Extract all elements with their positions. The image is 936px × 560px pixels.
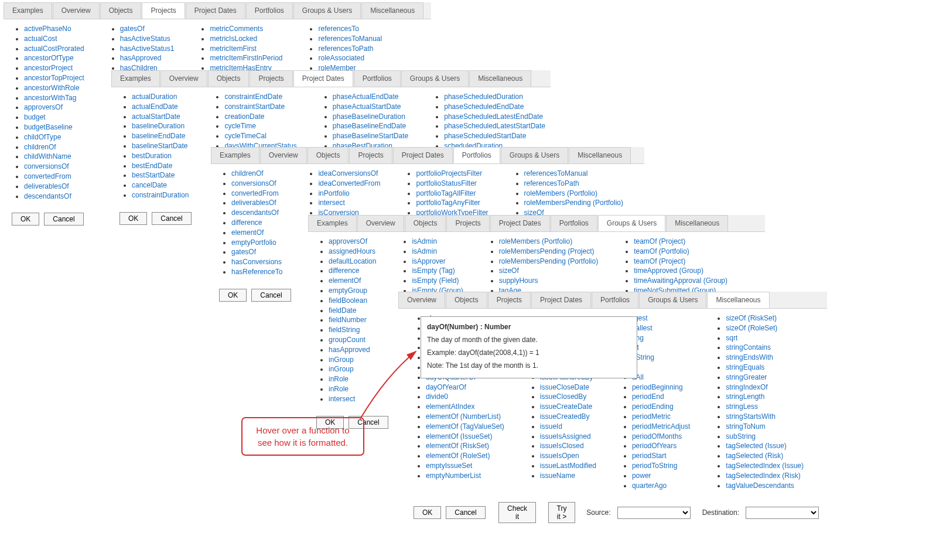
func-link[interactable]: approversOf [24, 103, 63, 111]
func-link[interactable]: roleAssociated [318, 54, 364, 62]
ok-button[interactable]: OK [12, 213, 39, 226]
ok-button[interactable]: OK [119, 212, 147, 225]
func-link[interactable]: issueClosedBy [540, 392, 586, 401]
func-link[interactable]: periodEnd [632, 392, 664, 401]
cancel-button[interactable]: Cancel [251, 289, 291, 302]
tab-objects[interactable]: Objects [446, 292, 487, 308]
func-link[interactable]: periodStart [632, 452, 667, 460]
func-link[interactable]: sizeOf (RoleSet) [726, 324, 777, 332]
ok-button[interactable]: OK [414, 506, 441, 519]
func-link[interactable]: referencesToPath [318, 45, 373, 53]
func-link[interactable]: emptyPortfolio [231, 238, 276, 247]
func-link[interactable]: tagValueDescendants [726, 482, 794, 490]
func-link[interactable]: referencesToManual [318, 35, 382, 43]
func-link[interactable]: stringStartsWith [726, 412, 776, 421]
func-link[interactable]: divide0 [426, 392, 448, 401]
func-link[interactable]: bestDuration [132, 152, 172, 160]
func-link[interactable]: phaseBaselineStartDate [333, 132, 408, 140]
func-link[interactable]: deliverablesOf [231, 199, 276, 207]
tab-examples[interactable]: Examples [111, 70, 160, 87]
func-link[interactable]: metricIsLocked [210, 35, 257, 43]
func-link[interactable]: power [632, 472, 651, 480]
tab-portfolios[interactable]: Portfolios [354, 70, 401, 87]
func-link[interactable]: portfolioTagAnyFilter [416, 199, 480, 207]
tab-portfolios[interactable]: Portfolios [453, 147, 500, 163]
func-link[interactable]: ancestorProject [24, 64, 73, 72]
func-link[interactable]: supplyHours [499, 276, 538, 285]
func-link[interactable]: stringToNum [726, 422, 765, 431]
func-link[interactable]: fieldNumber [329, 316, 367, 324]
func-link[interactable]: roleMembersPending (Project) [499, 247, 595, 255]
func-link[interactable]: sizeOf [499, 267, 519, 275]
func-link[interactable]: teamOf (Portfolio) [634, 247, 689, 255]
func-link[interactable]: tagSelected (Risk) [726, 452, 783, 460]
func-link[interactable]: portfolioProjectsFilter [416, 169, 482, 177]
func-link[interactable]: inRole [329, 385, 349, 393]
func-link[interactable]: phaseScheduledStartDate [444, 132, 526, 140]
func-link[interactable]: periodOfMonths [632, 432, 682, 441]
func-link[interactable]: hasConversions [231, 258, 282, 266]
func-link[interactable]: stringContains [726, 343, 771, 351]
tab-objects[interactable]: Objects [405, 215, 446, 231]
func-link[interactable]: periodBeginning [632, 383, 683, 391]
func-link[interactable]: hasReferenceTo [231, 268, 282, 276]
func-link[interactable]: deliverablesOf [24, 182, 69, 190]
func-link[interactable]: timeAwaitingApproval (Group) [634, 276, 727, 285]
func-link[interactable]: elementOf (TagValueSet) [426, 422, 504, 431]
func-link[interactable]: stringIndexOf [726, 383, 767, 391]
func-link[interactable]: subString [726, 432, 756, 441]
tab-project-dates[interactable]: Project Dates [293, 70, 353, 87]
func-link[interactable]: cycleTime [224, 122, 256, 130]
func-link[interactable]: inPortfolio [318, 189, 349, 197]
tab-examples[interactable]: Examples [308, 215, 357, 231]
func-link[interactable]: issueLastModified [540, 462, 596, 470]
tab-objects[interactable]: Objects [308, 147, 349, 163]
func-link[interactable]: emptyIssueSet [426, 462, 472, 470]
func-link[interactable]: ideaConversionsOf [318, 169, 378, 177]
func-link[interactable]: difference [329, 267, 359, 275]
func-link[interactable]: activePhaseNo [24, 25, 71, 33]
source-select[interactable] [617, 507, 691, 519]
tab-project-dates[interactable]: Project Dates [393, 147, 453, 163]
func-link[interactable]: stringEquals [726, 363, 764, 371]
func-link[interactable]: periodToString [632, 462, 677, 470]
func-link[interactable]: ancestorTopProject [24, 74, 84, 82]
tab-projects[interactable]: Projects [488, 292, 531, 308]
tab-project-dates[interactable]: Project Dates [531, 292, 591, 308]
func-link[interactable]: referencesToPath [524, 179, 579, 187]
func-link[interactable]: cycleTimeCal [224, 132, 267, 140]
func-link[interactable]: portfolioTagAllFilter [416, 189, 476, 197]
func-link[interactable]: hasActiveStatus [120, 35, 170, 43]
func-link[interactable]: roleMembers (Portfolio) [499, 237, 572, 245]
func-link[interactable]: isEmpty (Field) [412, 276, 459, 285]
func-link[interactable]: phaseBaselineDuration [333, 112, 405, 121]
func-link[interactable]: metricItemFirst [210, 45, 256, 53]
func-link[interactable]: childrenOf [24, 143, 56, 151]
func-link[interactable]: issueName [540, 472, 575, 480]
func-link[interactable]: gatesOf [120, 25, 145, 33]
func-link[interactable]: groupCount [329, 336, 365, 344]
func-link[interactable]: elementOf (IssueSet) [426, 432, 492, 441]
tab-miscellaneous[interactable]: Miscellaneous [469, 70, 531, 87]
func-link[interactable]: portfolioStatusFilter [416, 179, 476, 187]
tab-examples[interactable]: Examples [4, 2, 52, 19]
func-link[interactable]: convertedFrom [231, 189, 279, 197]
func-link[interactable]: constraintDuration [132, 191, 189, 199]
func-link[interactable]: issueCreateDate [540, 402, 592, 411]
tab-overview[interactable]: Overview [53, 2, 100, 19]
func-link[interactable]: phaseBaselineEndDate [333, 122, 406, 130]
func-link[interactable]: hasActiveStatus1 [120, 45, 175, 53]
func-link[interactable]: phaseScheduledDuration [444, 93, 523, 101]
func-link[interactable]: intersect [329, 395, 355, 403]
func-link[interactable]: baselineDuration [132, 122, 185, 130]
func-link[interactable]: roleMembers (Portfolio) [524, 189, 597, 197]
tab-miscellaneous[interactable]: Miscellaneous [569, 147, 631, 163]
func-link[interactable]: referencesToManual [524, 169, 588, 177]
tab-projects[interactable]: Projects [349, 147, 392, 163]
checkit-button[interactable]: Check it [498, 502, 536, 523]
func-link[interactable]: convertedFrom [24, 172, 71, 180]
func-link[interactable]: issueId [540, 422, 562, 431]
func-link[interactable]: periodMetric [632, 412, 671, 421]
func-link[interactable]: elementOf (RiskSet) [426, 442, 489, 450]
tab-portfolios[interactable]: Portfolios [592, 292, 638, 308]
